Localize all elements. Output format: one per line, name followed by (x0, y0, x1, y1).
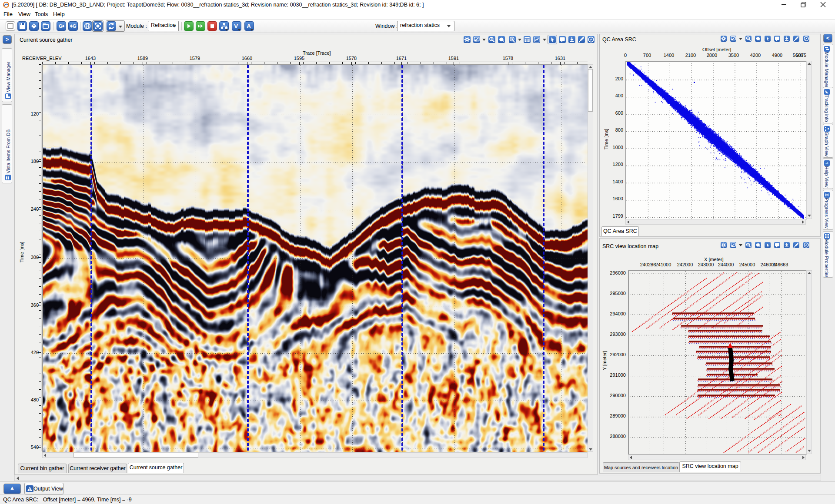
svg-text:V: V (234, 23, 238, 30)
svg-text:G: G (73, 23, 77, 29)
svg-text:A: A (247, 23, 251, 30)
svg-text:?: ? (825, 162, 829, 165)
